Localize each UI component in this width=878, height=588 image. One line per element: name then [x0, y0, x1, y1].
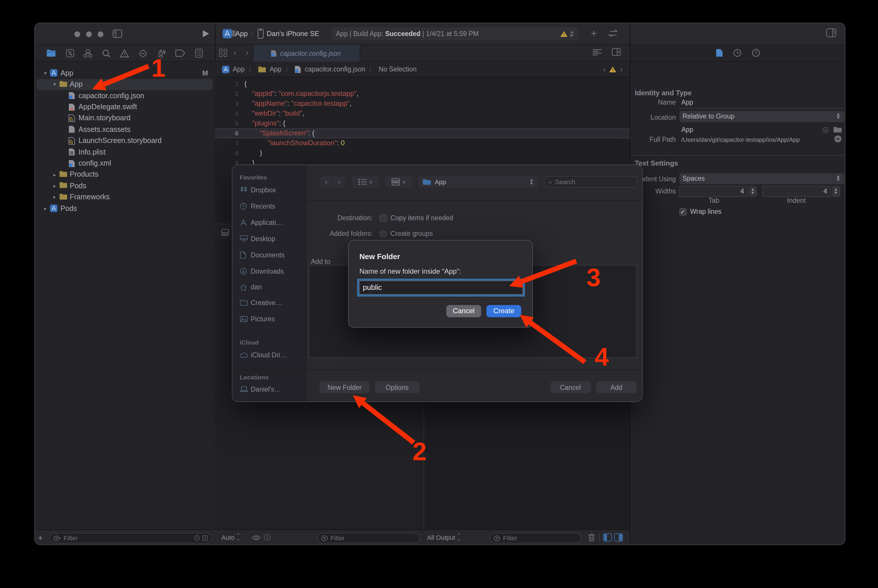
dialog-cancel-button[interactable]: Cancel [446, 305, 481, 317]
folder-name-input[interactable] [359, 281, 522, 294]
group-view-button[interactable]: ∨ [385, 176, 413, 188]
sidebar-item-daniel-s-[interactable]: Daniel's… [240, 386, 281, 393]
console-filter-field[interactable] [490, 533, 582, 543]
sheet-cancel-button[interactable]: Cancel [550, 381, 591, 393]
hide-variables-pane-icon[interactable] [603, 533, 612, 542]
debug-area-toggle-icon[interactable] [221, 229, 229, 236]
location-dropdown[interactable]: Relative to Group▲▼ [679, 111, 844, 122]
minimize-traffic-light[interactable] [86, 32, 92, 37]
tree-row-app[interactable]: ▾App [35, 79, 215, 90]
tree-row-capacitor-config-json[interactable]: capacitor.config.json [35, 90, 215, 101]
sidebar-item-downloads[interactable]: Downloads [240, 268, 284, 274]
warning-badge[interactable]: ! 2 [560, 30, 573, 37]
test-navigator-icon[interactable] [139, 48, 148, 58]
scheme-name[interactable]: App [235, 30, 248, 38]
add-file-plus-icon[interactable]: + [38, 533, 43, 542]
indent-width-field[interactable]: 4 [762, 186, 831, 196]
tree-row-launchscreen-storyboard[interactable]: LaunchScreen.storyboard [35, 135, 215, 146]
clear-location-icon[interactable]: ⓧ [822, 126, 829, 135]
tree-row-main-storyboard[interactable]: Main.storyboard [35, 113, 215, 124]
open-path-arrow-icon[interactable]: ➔ [834, 135, 841, 142]
tab-width-field[interactable]: 4 [679, 186, 747, 196]
indent-width-stepper[interactable]: ▲▼ [832, 186, 840, 196]
code-review-icon[interactable] [593, 49, 602, 56]
tree-row-appdelegate-swift[interactable]: AppDelegate.swift [35, 101, 215, 113]
add-editor-split-icon[interactable]: + [612, 48, 621, 56]
disclosure-closed-icon[interactable]: ▸ [52, 183, 57, 189]
breadcrumb-item[interactable]: App [270, 66, 282, 73]
warning-icon[interactable]: ! [609, 66, 617, 72]
create-groups-radio[interactable] [380, 230, 387, 237]
swap-arrows-icon[interactable] [607, 30, 620, 37]
tree-row-frameworks[interactable]: ▸Frameworks [35, 192, 215, 203]
toggle-navigator-icon[interactable] [112, 29, 123, 38]
file-inspector-tab-icon[interactable] [716, 49, 723, 57]
tree-row-app[interactable]: ▾AppM [35, 68, 215, 79]
sidebar-item-desktop[interactable]: Desktop [240, 235, 275, 242]
add-editor-plus-icon[interactable]: + [591, 28, 597, 38]
search-field[interactable]: ⌕ [544, 176, 638, 188]
eye-icon[interactable] [252, 534, 261, 541]
report-navigator-icon[interactable] [195, 49, 203, 57]
disclosure-closed-icon[interactable]: ▸ [52, 172, 57, 177]
hide-console-pane-icon[interactable] [614, 533, 623, 542]
indent-using-dropdown[interactable]: Spaces▲▼ [679, 173, 844, 184]
zoom-traffic-light[interactable] [98, 32, 104, 37]
disclosure-closed-icon[interactable]: ▸ [42, 206, 48, 212]
tree-row-info-plist[interactable]: Info.plist [35, 146, 215, 158]
copy-items-checkbox[interactable] [380, 214, 387, 222]
disclosure-open-icon[interactable]: ▾ [52, 82, 57, 87]
sidebar-item-dropbox[interactable]: Dropbox [240, 186, 276, 193]
navigator-filter-field[interactable] [50, 533, 212, 543]
disclosure-open-icon[interactable]: ▾ [42, 70, 48, 76]
sidebar-item-dan[interactable]: dan [240, 284, 262, 291]
run-button[interactable] [202, 30, 210, 38]
previous-issue-icon[interactable]: ‹ [603, 65, 606, 74]
run-destination[interactable]: Dan's iPhone SE [267, 30, 319, 38]
list-view-button[interactable]: ∨ [351, 176, 380, 188]
variables-filter-field[interactable] [317, 533, 420, 543]
sheet-add-button[interactable]: Add [596, 381, 637, 393]
info-icon[interactable]: ⓘ [264, 534, 271, 541]
variables-view-scope-dropdown[interactable]: Auto⌃⌄ [221, 534, 240, 542]
project-navigator-folder-icon[interactable] [47, 50, 56, 57]
sidebar-item-documents[interactable]: Documents [240, 251, 284, 258]
source-control-navigator-icon[interactable] [65, 49, 74, 57]
disclosure-closed-icon[interactable]: ▸ [52, 194, 57, 200]
editor-tab[interactable]: capacitor.config.json [253, 45, 360, 62]
new-folder-button[interactable]: New Folder [320, 381, 369, 393]
options-button[interactable]: Options [375, 381, 420, 393]
breadcrumb-item[interactable]: No Selection [378, 66, 416, 73]
breadcrumb-item[interactable]: App [233, 66, 245, 73]
tree-row-pods[interactable]: ▸Pods [35, 180, 215, 192]
breadcrumb-item[interactable]: capacitor.config.json [305, 66, 365, 73]
toggle-inspector-icon[interactable] [826, 28, 836, 37]
back-history-icon[interactable]: ‹ [234, 48, 236, 56]
next-issue-icon[interactable]: › [620, 65, 623, 74]
sidebar-item-applicati-[interactable]: Applicati… [240, 219, 283, 226]
debug-navigator-icon[interactable] [158, 48, 166, 58]
close-traffic-light[interactable] [74, 32, 80, 37]
dialog-create-button[interactable]: Create [486, 305, 521, 317]
tree-row-config-xml[interactable]: config.xml [35, 158, 215, 169]
tree-row-products[interactable]: ▸Products [35, 169, 215, 180]
choose-folder-icon[interactable] [833, 127, 842, 133]
console-output-dropdown[interactable]: All Output⌃⌄ [427, 534, 461, 542]
sidebar-item-creative-[interactable]: Creative… [240, 299, 282, 306]
name-field[interactable]: App [681, 99, 693, 106]
sidebar-item-icloud-dri-[interactable]: iCloud Dri… [240, 351, 287, 358]
tree-row-pods[interactable]: ▸Pods [35, 203, 215, 214]
back-button[interactable]: ‹ [320, 176, 332, 188]
tab-width-stepper[interactable]: ▲▼ [749, 186, 757, 196]
history-inspector-tab-icon[interactable] [733, 49, 741, 57]
find-navigator-icon[interactable] [102, 49, 110, 57]
sidebar-item-pictures[interactable]: Pictures [240, 315, 275, 322]
sidebar-item-recents[interactable]: Recents [240, 202, 275, 210]
help-inspector-tab-icon[interactable]: ? [752, 49, 760, 57]
issue-navigator-icon[interactable] [120, 49, 129, 57]
forward-button[interactable]: › [333, 176, 345, 188]
breakpoint-navigator-icon[interactable] [176, 50, 186, 57]
trash-icon[interactable] [588, 533, 595, 542]
wrap-lines-checkbox[interactable]: ✓ [679, 208, 687, 215]
folder-location-dropdown[interactable]: App ▲▼ [418, 176, 538, 188]
